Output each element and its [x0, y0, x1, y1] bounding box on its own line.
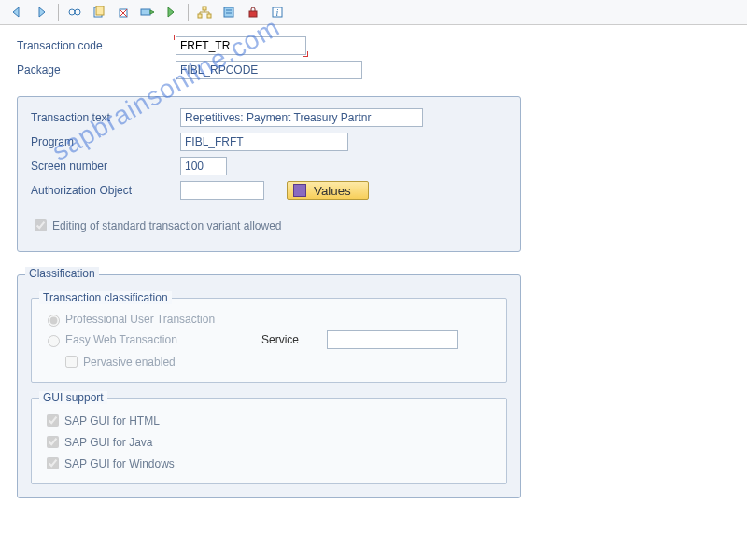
svg-rect-18: [249, 11, 257, 17]
export-icon[interactable]: [162, 3, 182, 21]
info-icon[interactable]: i: [267, 3, 288, 21]
svg-rect-3: [96, 6, 104, 15]
classification-panel: Classification Transaction classificatio…: [17, 274, 521, 498]
values-icon: [293, 184, 306, 197]
svg-point-0: [69, 9, 75, 15]
toolbar: i: [0, 0, 747, 25]
pervasive-label: Pervasive enabled: [83, 356, 176, 369]
program-input: [180, 133, 348, 151]
page-body: Transaction code Package Transaction tex…: [0, 25, 747, 510]
professional-radio: [48, 315, 60, 327]
package-input: [176, 61, 362, 79]
auth-object-input: [180, 181, 264, 200]
svg-rect-10: [207, 14, 211, 18]
easyweb-radio: [48, 335, 60, 347]
forward-icon[interactable]: [32, 3, 52, 21]
transport-icon[interactable]: [137, 3, 158, 21]
transaction-text-input: [180, 108, 423, 127]
pervasive-checkbox: [65, 356, 78, 368]
auth-object-label: Authorization Object: [31, 184, 180, 197]
lock-icon[interactable]: [243, 3, 263, 21]
details-panel: Transaction text Program Screen number A…: [17, 96, 521, 252]
edit-variant-checkbox: [35, 219, 47, 231]
svg-point-1: [75, 9, 80, 15]
hierarchy-icon[interactable]: [194, 3, 215, 21]
svg-rect-8: [203, 7, 206, 10]
separator: [58, 4, 59, 21]
svg-rect-7: [141, 9, 150, 15]
screen-number-label: Screen number: [31, 160, 180, 173]
transaction-classification-title: Transaction classification: [39, 291, 172, 304]
svg-text:i: i: [276, 7, 279, 18]
program-label: Program: [31, 135, 180, 148]
gui-java-checkbox: [47, 436, 59, 448]
copy-icon[interactable]: [89, 3, 109, 21]
display-icon[interactable]: [64, 3, 85, 21]
gui-support-group: GUI support SAP GUI for HTML SAP GUI for…: [31, 398, 507, 484]
required-marker-icon: [174, 35, 179, 40]
tcode-label: Transaction code: [17, 39, 176, 52]
professional-label: Professional User Transaction: [65, 313, 215, 326]
svg-rect-15: [224, 7, 233, 17]
transaction-classification-group: Transaction classification Professional …: [31, 298, 507, 383]
gui-html-label: SAP GUI for HTML: [64, 414, 160, 427]
gui-windows-checkbox: [47, 457, 59, 469]
service-input: [327, 330, 458, 349]
classification-title: Classification: [25, 267, 99, 280]
values-button[interactable]: Values: [287, 181, 369, 200]
variant-icon[interactable]: [218, 3, 239, 21]
screen-number-input: [180, 157, 227, 175]
transaction-text-label: Transaction text: [31, 111, 180, 124]
separator: [188, 4, 189, 21]
values-button-label: Values: [314, 184, 351, 198]
tcode-row: Transaction code: [17, 36, 730, 55]
service-label: Service: [261, 333, 327, 346]
edit-variant-label: Editing of standard transaction variant …: [52, 219, 281, 232]
required-marker-icon: [303, 51, 308, 57]
package-label: Package: [17, 63, 176, 77]
gui-windows-label: SAP GUI for Windows: [64, 457, 175, 470]
delete-icon[interactable]: [113, 3, 134, 21]
tcode-input[interactable]: [176, 36, 306, 55]
package-row: Package: [17, 61, 730, 79]
gui-java-label: SAP GUI for Java: [64, 436, 152, 449]
gui-support-title: GUI support: [39, 391, 107, 404]
easyweb-label: Easy Web Transaction: [65, 333, 261, 346]
svg-rect-9: [198, 14, 202, 18]
gui-html-checkbox: [47, 414, 59, 427]
back-icon[interactable]: [7, 3, 28, 21]
